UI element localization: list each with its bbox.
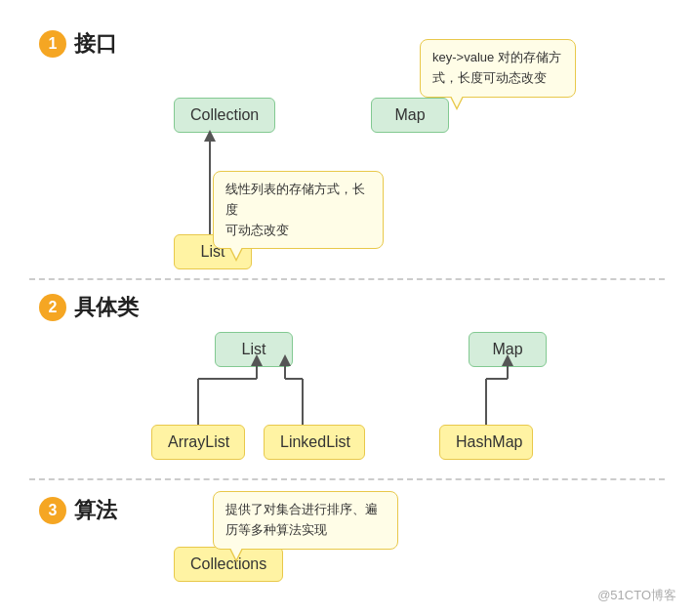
map-tooltip-section1: key->value 对的存储方式，长度可动态改变 [420,39,576,98]
section1-badge: 1 [39,30,66,58]
section1-title: 接口 [74,29,117,59]
section3-title: 算法 [74,496,117,525]
map-box-section1: Map [371,98,449,133]
linkedlist-box: LinkedList [264,425,365,460]
collection-box: Collection [174,98,275,133]
divider1 [29,278,665,280]
watermark: @51CTO博客 [597,587,676,604]
list-tooltip-section1: 线性列表的存储方式，长度可动态改变 [213,171,384,249]
divider2 [29,478,665,480]
map-box-section2: Map [469,332,547,367]
arraylist-box: ArrayList [151,425,245,460]
collections-box: Collections [174,547,283,582]
section2-badge: 2 [39,294,66,321]
list-box-section2: List [215,332,293,367]
section2-title: 具体类 [74,293,139,322]
hashmap-box: HashMap [439,425,533,460]
collections-tooltip: 提供了对集合进行排序、遍历等多种算法实现 [213,491,398,550]
section3-badge: 3 [39,497,66,524]
